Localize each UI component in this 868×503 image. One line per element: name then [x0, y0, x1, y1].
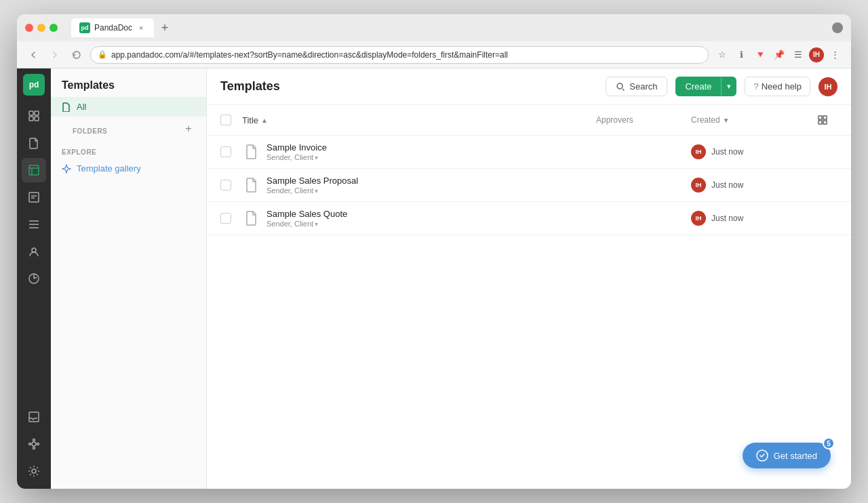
table-row[interactable]: Sample Invoice Sender, Client ▾ IH Just … — [207, 136, 851, 169]
row-created-time-1: Just now — [711, 147, 743, 157]
sidebar-item-contacts[interactable] — [22, 239, 46, 264]
row-name-1: Sample Invoice — [267, 142, 596, 153]
sidebar-item-documents[interactable] — [22, 131, 46, 155]
help-label: Need help — [762, 81, 802, 92]
svg-point-14 — [32, 469, 36, 473]
svg-rect-8 — [29, 412, 39, 422]
sidebar-item-integrations[interactable] — [22, 432, 46, 456]
row-doc-icon-3 — [242, 209, 261, 228]
tab-title: PandaDoc — [94, 23, 132, 33]
row-created-1: IH Just now — [691, 144, 813, 159]
main-wrapper: Templates Search Create ▾ ? Need help IH — [207, 68, 851, 489]
tab-close-button[interactable]: × — [136, 23, 146, 33]
svg-rect-1 — [35, 111, 39, 115]
main-header: Templates Search Create ▾ ? Need help IH — [207, 68, 851, 105]
app-logo[interactable]: pd — [23, 74, 45, 96]
row-created-time-2: Just now — [711, 180, 743, 190]
get-started-badge: 5 — [823, 437, 835, 449]
folders-label: FOLDERS — [62, 119, 118, 138]
template-gallery-item[interactable]: Template gallery — [51, 159, 206, 178]
bookmark-icon[interactable]: ☆ — [714, 47, 730, 63]
template-gallery-label: Template gallery — [77, 163, 141, 174]
folders-section: FOLDERS + — [51, 117, 206, 140]
sidebar-item-forms[interactable] — [22, 185, 46, 209]
get-started-label: Get started — [774, 451, 817, 461]
sidebar-item-templates[interactable] — [22, 158, 46, 182]
help-button[interactable]: ? Need help — [745, 77, 810, 96]
create-dropdown-arrow[interactable]: ▾ — [721, 77, 736, 96]
extension-icon[interactable]: 🔻 — [752, 47, 768, 63]
window-control-right — [832, 22, 843, 33]
svg-point-12 — [29, 443, 31, 445]
nav-item-all-label: All — [77, 102, 86, 112]
new-tab-button[interactable]: + — [157, 20, 173, 36]
get-started-button[interactable]: Get started 5 — [743, 443, 831, 468]
navbar: 🔒 app.pandadoc.com/a/#/templates-next?so… — [17, 41, 851, 68]
table-row[interactable]: Sample Sales Quote Sender, Client ▾ IH J… — [207, 202, 851, 235]
user-avatar[interactable]: IH — [818, 77, 837, 96]
svg-rect-2 — [29, 117, 33, 121]
create-button-label: Create — [675, 77, 721, 96]
row-sub-arrow-3: ▾ — [315, 220, 318, 228]
col-approvers-header: Approvers — [596, 115, 691, 125]
pin-icon[interactable]: 📌 — [771, 47, 787, 63]
row-sub-arrow-2: ▾ — [315, 187, 318, 195]
sidebar-item-inbox[interactable] — [22, 405, 46, 429]
svg-point-13 — [37, 443, 39, 445]
svg-rect-3 — [35, 117, 39, 121]
nav-panel-title: Templates — [51, 68, 206, 97]
col-title-label: Title — [242, 115, 258, 125]
browser-user-avatar[interactable]: IH — [809, 47, 824, 62]
page-title: Templates — [220, 79, 597, 94]
titlebar: pd PandaDoc × + — [17, 14, 851, 41]
row-checkbox-1[interactable] — [220, 146, 231, 157]
create-button[interactable]: Create ▾ — [675, 77, 736, 96]
close-traffic-light[interactable] — [25, 24, 33, 32]
browser-tab[interactable]: pd PandaDoc × — [71, 18, 154, 37]
row-name-3: Sample Sales Quote — [267, 209, 596, 219]
back-button[interactable] — [25, 47, 41, 63]
traffic-lights — [25, 24, 58, 32]
search-button[interactable]: Search — [606, 77, 667, 96]
sidebar-item-settings[interactable] — [22, 459, 46, 483]
info-icon[interactable]: ℹ — [733, 47, 749, 63]
col-created-header[interactable]: Created ▼ — [691, 115, 813, 125]
get-started-icon — [756, 449, 768, 462]
tab-bar: pd PandaDoc × + — [71, 18, 827, 37]
minimize-traffic-light[interactable] — [37, 24, 45, 32]
lock-icon: 🔒 — [98, 50, 107, 59]
explore-label: EXPLORE — [51, 140, 206, 159]
file-icon — [62, 102, 71, 112]
fullscreen-traffic-light[interactable] — [50, 24, 58, 32]
svg-rect-19 — [823, 121, 827, 124]
sidebar-item-reports[interactable] — [22, 266, 46, 291]
svg-point-6 — [32, 248, 36, 252]
row-name-2: Sample Sales Proposal — [267, 176, 596, 186]
svg-rect-18 — [818, 121, 822, 124]
sidebar-item-catalog[interactable] — [22, 212, 46, 237]
sidebar-item-dashboard[interactable] — [22, 104, 46, 128]
row-subtitle-2: Sender, Client ▾ — [267, 186, 596, 195]
sort-arrow-icon: ▲ — [261, 117, 268, 124]
reload-button[interactable] — [68, 47, 85, 63]
svg-rect-5 — [29, 193, 39, 202]
app-body: pd — [17, 68, 851, 489]
nav-item-all[interactable]: All — [51, 97, 206, 117]
select-all-checkbox[interactable] — [220, 115, 231, 125]
address-bar[interactable]: 🔒 app.pandadoc.com/a/#/templates-next?so… — [90, 46, 709, 64]
row-checkbox-2[interactable] — [220, 180, 231, 190]
search-icon — [616, 82, 625, 92]
table-row[interactable]: Sample Sales Proposal Sender, Client ▾ I… — [207, 169, 851, 202]
row-checkbox-3[interactable] — [220, 213, 231, 224]
row-sub-arrow-1: ▾ — [315, 154, 318, 161]
row-doc-icon-2 — [242, 176, 261, 195]
col-title-header[interactable]: Title ▲ — [242, 115, 596, 125]
layout-toggle-button[interactable] — [813, 110, 832, 129]
forward-button[interactable] — [47, 47, 63, 63]
add-folder-button[interactable]: + — [182, 122, 195, 136]
list-icon[interactable]: ☰ — [790, 47, 806, 63]
svg-point-10 — [33, 439, 35, 441]
url-text: app.pandadoc.com/a/#/templates-next?sort… — [111, 50, 508, 60]
more-options-icon[interactable]: ⋮ — [827, 47, 843, 63]
table-header: Title ▲ Approvers Created ▼ — [207, 105, 851, 136]
